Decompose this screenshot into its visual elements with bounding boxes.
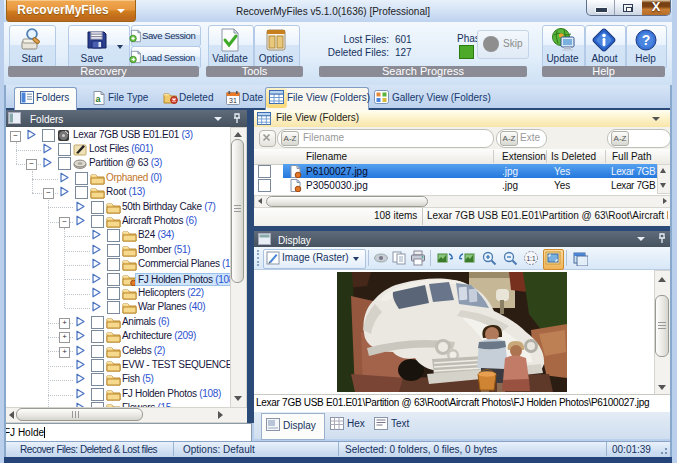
svg-text:1:1: 1:1 — [526, 255, 535, 262]
svg-text:?: ? — [642, 32, 651, 48]
svg-text:31: 31 — [229, 97, 237, 104]
